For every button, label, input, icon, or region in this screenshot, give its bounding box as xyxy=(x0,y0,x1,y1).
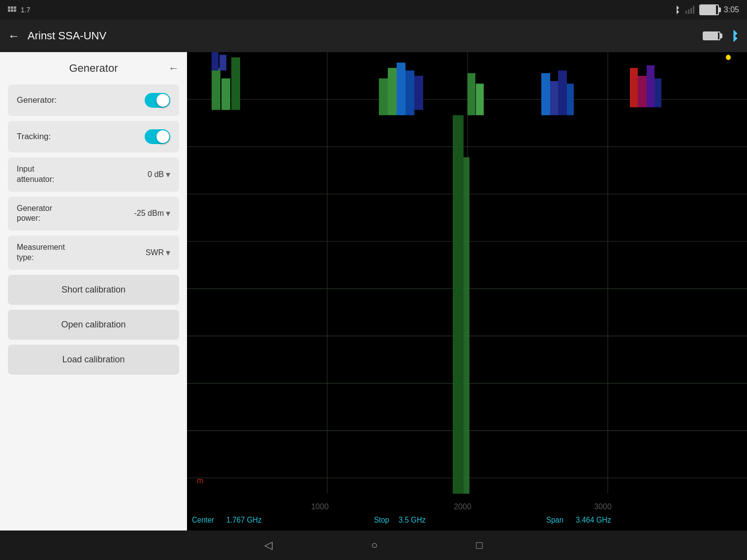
svg-text:3.5 GHz: 3.5 GHz xyxy=(399,516,426,525)
generator-power-arrow: ▾ xyxy=(166,208,170,219)
generator-power-value: -25 dBm xyxy=(134,209,164,218)
status-bar: 1.7 3:05 xyxy=(0,0,747,20)
svg-rect-36 xyxy=(647,65,654,108)
input-attenuator-arrow: ▾ xyxy=(166,169,170,180)
nav-bar: ◁ ○ □ xyxy=(0,531,747,560)
measurement-type-arrow: ▾ xyxy=(166,247,170,258)
app-title: Arinst SSA-UNV xyxy=(28,29,695,42)
svg-rect-31 xyxy=(550,81,558,116)
svg-rect-34 xyxy=(630,68,638,107)
panel-header: Generator ← xyxy=(8,62,179,75)
short-calibration-button[interactable]: Short calibration xyxy=(8,275,179,305)
svg-text:Stop: Stop xyxy=(374,516,389,525)
panel-title: Generator xyxy=(69,62,118,75)
svg-rect-19 xyxy=(212,52,218,70)
battery-icon xyxy=(699,4,719,15)
app-bluetooth-icon xyxy=(728,29,739,43)
svg-rect-33 xyxy=(567,84,574,115)
svg-text:1.767 GHz: 1.767 GHz xyxy=(226,516,262,525)
generator-toggle-knob xyxy=(156,94,169,107)
svg-text:Center: Center xyxy=(192,516,214,525)
input-attenuator-label: Inputattenuator: xyxy=(17,164,55,185)
svg-rect-1 xyxy=(688,9,689,14)
svg-rect-24 xyxy=(405,70,414,115)
tracking-toggle-knob xyxy=(156,130,169,143)
panel-back-button[interactable]: ← xyxy=(168,62,179,75)
svg-rect-30 xyxy=(541,73,550,116)
svg-rect-27 xyxy=(476,84,484,115)
status-right: 3:05 xyxy=(673,4,739,15)
svg-rect-35 xyxy=(638,76,647,107)
status-left: 1.7 xyxy=(8,6,30,14)
input-attenuator-row: Inputattenuator: 0 dB ▾ xyxy=(8,157,179,192)
measurement-type-value: SWR xyxy=(146,248,164,257)
svg-text:2000: 2000 xyxy=(454,502,471,512)
svg-rect-23 xyxy=(397,62,405,115)
svg-rect-3 xyxy=(693,6,694,14)
input-attenuator-dropdown[interactable]: 0 dB ▾ xyxy=(148,169,170,180)
tracking-row: Tracking: xyxy=(8,121,179,152)
svg-rect-2 xyxy=(690,8,692,14)
nav-back-button[interactable]: ◁ xyxy=(264,539,273,552)
generator-power-row: Generatorpower: -25 dBm ▾ xyxy=(8,197,179,231)
nav-home-button[interactable]: ○ xyxy=(371,539,377,552)
time-label: 3:05 xyxy=(724,5,739,14)
side-panel: Generator ← Generator: Tracking: Inputat… xyxy=(0,52,187,531)
svg-rect-25 xyxy=(414,76,423,110)
input-attenuator-value: 0 dB xyxy=(148,170,164,179)
svg-rect-29 xyxy=(464,157,469,494)
svg-rect-0 xyxy=(685,11,687,14)
svg-rect-26 xyxy=(467,73,475,116)
signal-icon xyxy=(685,6,694,14)
app-grid-icon xyxy=(8,6,17,13)
spectrum-area: 1000 2000 3000 m Center 1.767 GHz Stop 3… xyxy=(187,52,747,531)
bluetooth-icon xyxy=(673,4,681,15)
version-label: 1.7 xyxy=(21,6,30,14)
svg-rect-21 xyxy=(379,78,388,115)
main-content: Generator ← Generator: Tracking: Inputat… xyxy=(0,52,747,531)
app-bar: ← Arinst SSA-UNV xyxy=(0,20,747,52)
svg-rect-28 xyxy=(453,115,464,494)
svg-point-38 xyxy=(726,55,731,60)
svg-text:m: m xyxy=(197,475,203,485)
nav-recent-button[interactable]: □ xyxy=(476,539,483,552)
open-calibration-button[interactable]: Open calibration xyxy=(8,310,179,340)
measurement-type-row: Measurementtype: SWR ▾ xyxy=(8,236,179,270)
generator-power-dropdown[interactable]: -25 dBm ▾ xyxy=(134,208,170,219)
svg-text:1000: 1000 xyxy=(311,502,329,512)
svg-rect-37 xyxy=(654,78,661,107)
svg-rect-20 xyxy=(219,55,226,70)
generator-power-label: Generatorpower: xyxy=(17,204,52,224)
app-back-button[interactable]: ← xyxy=(8,29,20,43)
app-battery-icon xyxy=(703,31,720,40)
tracking-label: Tracking: xyxy=(17,132,51,142)
svg-text:3.464 GHz: 3.464 GHz xyxy=(576,516,611,525)
generator-toggle[interactable] xyxy=(145,93,170,108)
svg-rect-18 xyxy=(231,58,240,110)
svg-text:3000: 3000 xyxy=(594,502,612,512)
measurement-type-dropdown[interactable]: SWR ▾ xyxy=(146,247,170,258)
spectrum-svg: 1000 2000 3000 m Center 1.767 GHz Stop 3… xyxy=(187,52,747,531)
generator-label: Generator: xyxy=(17,95,57,105)
svg-rect-16 xyxy=(212,68,220,110)
load-calibration-button[interactable]: Load calibration xyxy=(8,345,179,375)
svg-rect-17 xyxy=(221,78,230,110)
measurement-type-label: Measurementtype: xyxy=(17,242,65,263)
svg-rect-22 xyxy=(388,68,397,115)
svg-text:Span: Span xyxy=(546,516,563,525)
tracking-toggle[interactable] xyxy=(145,129,170,144)
generator-row: Generator: xyxy=(8,85,179,116)
svg-rect-32 xyxy=(558,70,567,115)
